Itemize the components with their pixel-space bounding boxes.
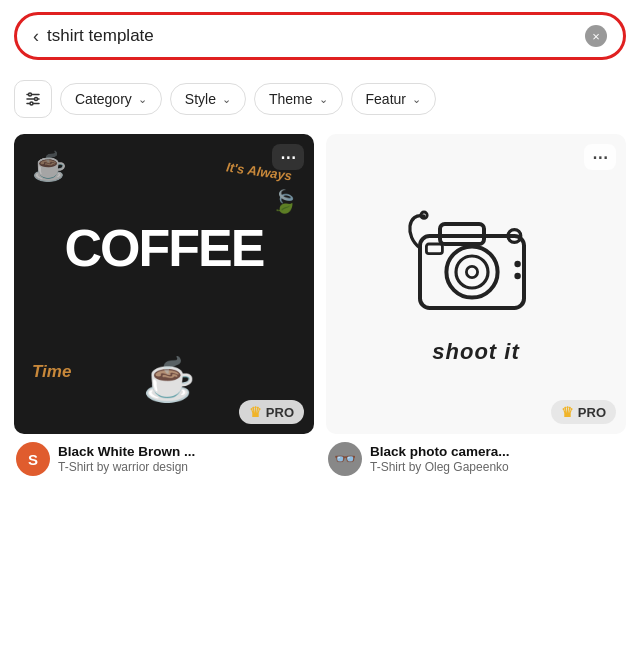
svg-point-3	[29, 93, 32, 96]
svg-rect-11	[426, 244, 442, 254]
chevron-down-icon: ⌄	[412, 93, 421, 106]
shoot-it-text: shoot it	[432, 339, 519, 365]
coffee-card-text: Black White Brown ... T-Shirt by warrior…	[58, 444, 195, 474]
filter-chip-category[interactable]: Category ⌄	[60, 83, 162, 115]
svg-point-8	[446, 246, 497, 297]
camera-illustration-svg	[396, 203, 556, 333]
filter-options-button[interactable]	[14, 80, 52, 118]
svg-point-10	[466, 266, 477, 277]
coffee-cup-icon: ☕	[143, 355, 195, 404]
filter-bar: Category ⌄ Style ⌄ Theme ⌄ Featur ⌄	[0, 72, 640, 126]
filter-chip-category-label: Category	[75, 91, 132, 107]
card-coffee[interactable]: ☕ It's Always 🍃 COFFEE Time ☕ ⋯ ♛ PRO	[14, 134, 314, 480]
coffee-card-avatar: S	[16, 442, 50, 476]
search-bar: ‹ tshirt template ×	[14, 12, 626, 60]
pro-label: PRO	[266, 405, 294, 420]
svg-point-15	[514, 273, 520, 279]
card-camera-info: 👓 Black photo camera... T-Shirt by Oleg …	[326, 434, 626, 480]
cards-grid: ☕ It's Always 🍃 COFFEE Time ☕ ⋯ ♛ PRO	[0, 126, 640, 488]
svg-point-5	[30, 102, 33, 105]
camera-card-avatar: 👓	[328, 442, 362, 476]
filter-chip-theme[interactable]: Theme ⌄	[254, 83, 343, 115]
svg-point-9	[456, 256, 488, 288]
filter-chip-style[interactable]: Style ⌄	[170, 83, 246, 115]
coffee-pro-badge: ♛ PRO	[239, 400, 304, 424]
filter-sliders-icon	[24, 90, 42, 108]
svg-point-14	[514, 261, 520, 267]
back-icon[interactable]: ‹	[33, 26, 39, 47]
camera-pro-badge: ♛ PRO	[551, 400, 616, 424]
chevron-down-icon: ⌄	[319, 93, 328, 106]
camera-card-text: Black photo camera... T-Shirt by Oleg Ga…	[370, 444, 510, 474]
filter-chip-feature[interactable]: Featur ⌄	[351, 83, 436, 115]
coffee-beans-icon: ☕	[32, 150, 67, 183]
card-camera[interactable]: shoot it ⋯ ♛ PRO 👓 Black photo camera...…	[326, 134, 626, 480]
card-coffee-image[interactable]: ☕ It's Always 🍃 COFFEE Time ☕ ⋯ ♛ PRO	[14, 134, 314, 434]
pro-label: PRO	[578, 405, 606, 420]
coffee-card-title: Black White Brown ...	[58, 444, 195, 459]
coffee-more-options-button[interactable]: ⋯	[272, 144, 304, 170]
camera-more-options-button[interactable]: ⋯	[584, 144, 616, 170]
card-coffee-info: S Black White Brown ... T-Shirt by warri…	[14, 434, 314, 480]
pro-crown-icon: ♛	[561, 404, 574, 420]
filter-chip-feature-label: Featur	[366, 91, 406, 107]
clear-search-button[interactable]: ×	[585, 25, 607, 47]
coffee-leaf-icon: 🍃	[271, 189, 298, 215]
camera-template-image: shoot it ⋯ ♛ PRO	[326, 134, 626, 434]
search-bar-wrapper: ‹ tshirt template ×	[0, 0, 640, 72]
coffee-main-text: COFFEE	[65, 225, 264, 272]
filter-chip-theme-label: Theme	[269, 91, 313, 107]
card-camera-image[interactable]: shoot it ⋯ ♛ PRO	[326, 134, 626, 434]
coffee-card-subtitle: T-Shirt by warrior design	[58, 460, 195, 474]
camera-card-subtitle: T-Shirt by Oleg Gapeenko	[370, 460, 510, 474]
coffee-time-text: Time	[32, 362, 71, 382]
filter-chip-style-label: Style	[185, 91, 216, 107]
chevron-down-icon: ⌄	[222, 93, 231, 106]
camera-card-title: Black photo camera...	[370, 444, 510, 459]
coffee-template-image: ☕ It's Always 🍃 COFFEE Time ☕ ⋯ ♛ PRO	[14, 134, 314, 434]
pro-crown-icon: ♛	[249, 404, 262, 420]
search-query[interactable]: tshirt template	[47, 26, 577, 46]
svg-point-4	[35, 98, 38, 101]
chevron-down-icon: ⌄	[138, 93, 147, 106]
